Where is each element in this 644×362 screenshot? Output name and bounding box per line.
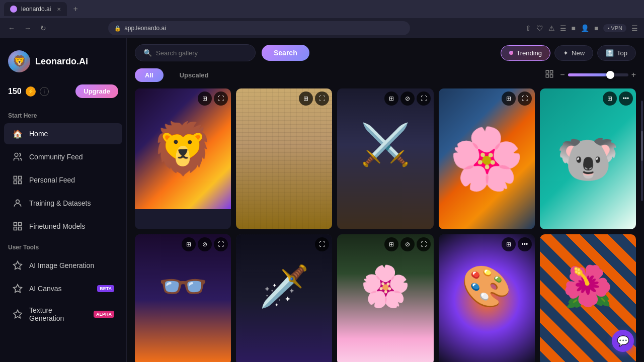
reload-btn[interactable]: ↻ <box>38 22 48 34</box>
tab-upscaled[interactable]: Upscaled <box>170 68 219 82</box>
sidebar-label-personal-feed: Personal Feed <box>29 176 114 184</box>
sidebar-item-personal-feed[interactable]: Personal Feed <box>4 169 122 191</box>
share-icon[interactable]: ⇧ <box>525 24 531 32</box>
sidebar-item-community-feed[interactable]: Community Feed <box>4 146 122 167</box>
new-label: New <box>572 49 585 57</box>
brand-area: 🦁 Leonardo.Ai <box>0 46 126 80</box>
gallery-item-flowers[interactable]: ⊞ ⛶ <box>439 88 535 229</box>
address-bar: ← → ↻ 🔒 app.leonardo.ai ⇧ 🛡 ⚠ ☰ ■ 👤 ■ • … <box>0 18 644 38</box>
alert-icon[interactable]: ⚠ <box>548 24 555 32</box>
image-lion <box>135 88 231 209</box>
more-btn-colorful[interactable]: ••• <box>518 237 532 251</box>
remix-btn-flowers[interactable]: ⊞ <box>502 92 516 106</box>
tab-favicon <box>10 6 17 13</box>
svg-rect-14 <box>550 70 553 73</box>
slash-btn-warrior[interactable]: ⊘ <box>400 92 415 106</box>
expand-btn-pink[interactable]: ⛶ <box>417 237 431 251</box>
svg-rect-4 <box>19 181 22 184</box>
expand-btn-warrior[interactable]: ⛶ <box>417 92 431 106</box>
gallery-item-warrior[interactable]: ⊞ ⊘ ⛶ <box>337 88 433 229</box>
menu-icon[interactable]: ☰ <box>631 24 638 32</box>
token-icon: ⚡ <box>26 86 36 97</box>
slash-btn-pink[interactable]: ⊘ <box>400 237 415 251</box>
svg-marker-10 <box>14 261 22 269</box>
tab-all[interactable]: All <box>135 68 164 82</box>
svg-rect-7 <box>19 223 22 226</box>
overlay-anime-girl: ⊞ ⊘ ⛶ <box>182 237 228 251</box>
ai-image-icon <box>12 260 23 271</box>
image-dark-warrior <box>236 234 332 362</box>
new-icon: ✦ <box>563 49 569 57</box>
forward-btn[interactable]: → <box>22 22 33 34</box>
zoom-slider[interactable] <box>568 73 628 76</box>
browser-chrome: leonardo.ai ✕ + ← → ↻ 🔒 app.leonardo.ai … <box>0 0 644 38</box>
trending-filter-btn[interactable]: Trending <box>501 45 550 61</box>
gallery-item-lion[interactable]: ⊞ ⛶ <box>135 88 231 229</box>
back-btn[interactable]: ← <box>6 22 17 34</box>
sidebar-label-ai-image: AI Image Generation <box>29 261 114 269</box>
expand-btn-flowers[interactable]: ⛶ <box>518 92 532 106</box>
search-input[interactable] <box>156 49 236 57</box>
personal-feed-icon <box>12 174 23 186</box>
start-here-label: Start Here <box>0 106 126 122</box>
info-icon[interactable]: i <box>40 87 49 96</box>
remix-btn-anime[interactable]: ⊞ <box>182 237 196 251</box>
gallery-item-anime-girl[interactable]: ⊞ ⊘ ⛶ <box>135 234 231 362</box>
expand-btn-lion[interactable]: ⛶ <box>214 92 228 106</box>
new-tab-btn[interactable]: + <box>69 5 82 14</box>
remix-btn-colorful[interactable]: ⊞ <box>502 237 516 251</box>
expand-btn-dark[interactable]: ⛶ <box>315 237 329 251</box>
gallery-item-pink-girl[interactable]: ⊞ ⊘ ⛶ <box>337 234 433 362</box>
remix-btn-lion[interactable]: ⊞ <box>198 92 212 106</box>
slash-btn-anime[interactable]: ⊘ <box>198 237 212 251</box>
sidebar-item-finetuned-models[interactable]: Finetuned Models <box>4 216 122 237</box>
expand-btn-anime[interactable]: ⛶ <box>214 237 228 251</box>
finetuned-icon <box>12 221 23 232</box>
new-filter-btn[interactable]: ✦ New <box>554 45 593 61</box>
remix-btn-hieroglyph[interactable]: ⊞ <box>299 92 313 106</box>
gallery-item-koala[interactable]: ⊞ ••• <box>540 88 636 229</box>
top-filter-btn[interactable]: 🔝 Top <box>597 45 636 61</box>
sidebar-item-home[interactable]: 🏠 Home <box>4 123 122 144</box>
gallery-item-hieroglyph[interactable]: ⊞ ⛶ <box>236 88 332 229</box>
url-box[interactable]: 🔒 app.leonardo.ai <box>108 21 410 35</box>
texture-icon <box>12 309 23 320</box>
shield-icon[interactable]: 🛡 <box>536 24 543 32</box>
svg-rect-15 <box>546 75 549 77</box>
svg-marker-11 <box>14 285 22 293</box>
svg-rect-8 <box>14 227 17 230</box>
remix-btn-pink[interactable]: ⊞ <box>384 237 398 251</box>
profile-icon[interactable]: 👤 <box>581 24 589 32</box>
gallery-item-colorful-portrait[interactable]: ⊞ ••• <box>439 234 535 362</box>
chat-bubble[interactable]: 💬 <box>612 330 634 352</box>
remix-btn-warrior[interactable]: ⊞ <box>384 92 398 106</box>
trending-label: Trending <box>516 49 542 57</box>
overlay-pink-girl: ⊞ ⊘ ⛶ <box>384 237 431 251</box>
scroll-indicator <box>641 101 643 201</box>
gallery-scroll[interactable]: ⊞ ⛶ ⊞ ⛶ ⊞ ⊘ ⛶ <box>127 88 644 362</box>
upgrade-button[interactable]: Upgrade <box>75 84 118 98</box>
sidebar-item-ai-canvas[interactable]: AI Canvas BETA <box>4 278 122 299</box>
zoom-plus-btn[interactable]: + <box>631 70 636 79</box>
more-btn-koala[interactable]: ••• <box>619 92 633 106</box>
sub-toolbar: All Upscaled − + <box>127 67 644 88</box>
sidebar: 🦁 Leonardo.Ai 150 ⚡ i Upgrade Start Here… <box>0 38 127 362</box>
reader-icon[interactable]: ☰ <box>560 24 567 32</box>
grid-controls: − + <box>543 67 636 82</box>
sidebar-item-texture-generation[interactable]: Texture Generation ALPHA <box>4 301 122 327</box>
bookmark-icon[interactable]: ■ <box>572 24 576 32</box>
gallery-item-dark-warrior[interactable]: ⛶ <box>236 234 332 362</box>
zoom-thumb[interactable] <box>606 71 614 79</box>
expand-btn-hieroglyph[interactable]: ⛶ <box>315 92 329 106</box>
tab-close-btn[interactable]: ✕ <box>57 7 61 12</box>
extensions-icon[interactable]: ■ <box>594 24 598 32</box>
active-tab[interactable]: leonardo.ai ✕ <box>4 2 67 16</box>
brand-name: Leonardo.Ai <box>35 56 88 67</box>
sidebar-item-training-datasets[interactable]: Training & Datasets <box>4 193 122 214</box>
search-button[interactable]: Search <box>262 45 309 61</box>
image-anime-girl <box>135 234 231 362</box>
sidebar-item-ai-image-generation[interactable]: AI Image Generation <box>4 255 122 276</box>
zoom-minus-btn[interactable]: − <box>560 70 565 79</box>
remix-btn-koala[interactable]: ⊞ <box>603 92 617 106</box>
grid-view-btn[interactable] <box>543 67 556 82</box>
